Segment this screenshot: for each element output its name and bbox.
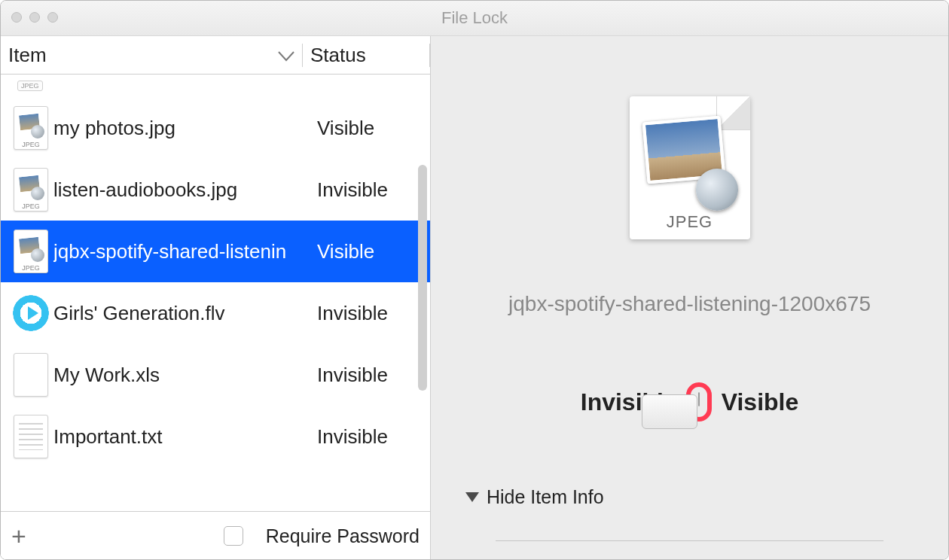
magnifier-icon	[696, 169, 738, 211]
format-badge: JPEG	[630, 212, 750, 232]
file-status: Invisible	[317, 178, 423, 202]
hide-item-info-label: Hide Item Info	[487, 486, 604, 508]
column-headers: Item Status	[1, 36, 430, 75]
visibility-toggle[interactable]	[698, 392, 700, 406]
column-item[interactable]: Item	[1, 44, 303, 67]
column-status-label: Status	[310, 44, 366, 66]
file-status: Invisible	[317, 302, 423, 325]
content: Item Status JPEG JPEG my photos.jpg Visi…	[1, 36, 948, 560]
disclosure-triangle-icon	[465, 492, 479, 502]
require-password-checkbox[interactable]	[224, 526, 243, 546]
divider	[496, 540, 883, 541]
table-row[interactable]: My Work.xls Invisible	[1, 344, 430, 406]
visibility-toggle-area: Invisible Visible	[431, 382, 948, 422]
detail-panel: JPEG jqbx-spotify-shared-listening-1200x…	[431, 36, 948, 560]
column-item-label: Item	[8, 44, 47, 67]
file-preview: JPEG	[630, 96, 750, 239]
hide-item-info-toggle[interactable]: Hide Item Info	[465, 486, 604, 508]
detail-filename: jqbx-spotify-shared-listening-1200x675	[446, 292, 933, 316]
file-name: My Work.xls	[53, 364, 317, 387]
blank-file-icon	[8, 353, 53, 397]
file-status: Visible	[317, 240, 423, 263]
scrollbar[interactable]	[418, 165, 427, 391]
add-button[interactable]: +	[11, 523, 49, 549]
toggle-label-visible: Visible	[722, 388, 799, 415]
file-status: Visible	[317, 117, 423, 140]
table-row[interactable]: JPEG listen-audiobooks.jpg Invisible	[1, 159, 430, 221]
table-row-partial-top[interactable]: JPEG	[1, 75, 430, 97]
file-name: Important.txt	[53, 425, 317, 449]
file-name: jqbx-spotify-shared-listenin	[53, 240, 317, 263]
footer-bar: + Require Password	[1, 511, 430, 560]
file-name: Girls' Generation.flv	[53, 302, 317, 325]
table-row[interactable]: JPEG my photos.jpg Visible	[1, 97, 430, 159]
zoom-icon[interactable]	[47, 12, 58, 23]
window: File Lock Item Status JPEG	[0, 0, 949, 560]
table-row[interactable]: Girls' Generation.flv Invisible	[1, 282, 430, 344]
file-status: Invisible	[317, 364, 423, 387]
jpeg-file-icon: JPEG	[8, 230, 53, 273]
file-name: listen-audiobooks.jpg	[53, 178, 317, 202]
file-list-panel: Item Status JPEG JPEG my photos.jpg Visi…	[1, 36, 431, 560]
traffic-lights	[11, 12, 58, 23]
titlebar: File Lock	[1, 1, 948, 36]
chevron-down-icon	[278, 44, 294, 67]
file-status: Invisible	[317, 425, 423, 449]
table-row-selected[interactable]: JPEG jqbx-spotify-shared-listenin Visibl…	[1, 221, 430, 282]
column-status[interactable]: Status	[303, 44, 430, 67]
require-password-label: Require Password	[266, 525, 420, 547]
jpeg-file-icon: JPEG	[8, 106, 53, 150]
txt-file-icon	[8, 415, 53, 458]
page-icon: JPEG	[630, 96, 750, 239]
table-row[interactable]: Important.txt Invisible	[1, 406, 430, 467]
file-list[interactable]: JPEG JPEG my photos.jpg Visible JPEG lis…	[1, 75, 430, 511]
window-title: File Lock	[1, 8, 948, 28]
close-icon[interactable]	[11, 12, 22, 23]
minimize-icon[interactable]	[29, 12, 40, 23]
jpeg-badge: JPEG	[17, 81, 43, 91]
annotation-highlight	[686, 382, 712, 422]
file-name: my photos.jpg	[53, 117, 317, 140]
jpeg-file-icon: JPEG	[8, 168, 53, 212]
flv-file-icon	[8, 295, 53, 331]
